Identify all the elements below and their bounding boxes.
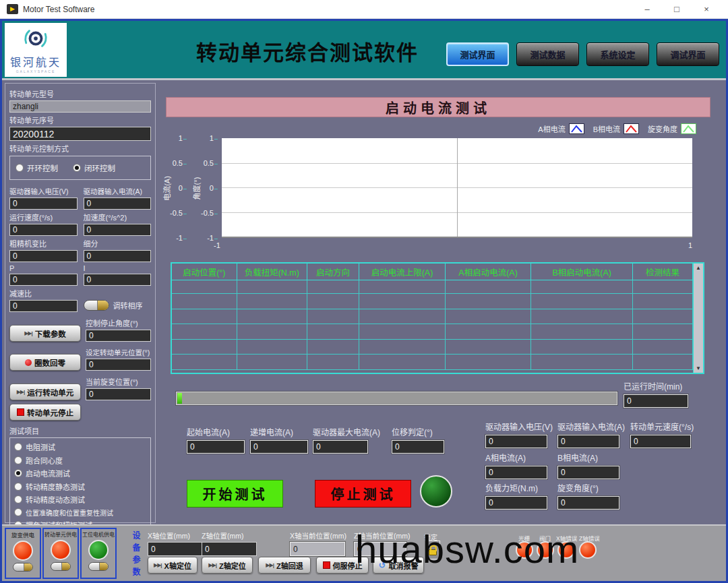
- legend-phase-b[interactable]: B相电流: [593, 123, 639, 134]
- col-header-result[interactable]: 检测结果: [633, 264, 693, 280]
- table-cell[interactable]: [237, 294, 307, 309]
- table-cell[interactable]: [633, 279, 693, 295]
- table-cell[interactable]: [172, 294, 237, 309]
- test-item-static-accuracy[interactable]: 转动精度静态测试: [14, 481, 146, 492]
- table-cell[interactable]: [633, 355, 693, 370]
- table-cell[interactable]: [531, 279, 633, 295]
- col-header-current-limit[interactable]: 启动电流上限(A): [359, 264, 446, 280]
- run-speed-input[interactable]: 0: [9, 224, 78, 236]
- scroll-down-icon[interactable]: ▼: [696, 365, 701, 371]
- col-header-load-torque[interactable]: 负载扭矩(N.m): [237, 264, 307, 280]
- acceleration-input[interactable]: 0: [84, 224, 152, 236]
- station-motor-power-toggle[interactable]: [88, 562, 109, 571]
- table-cell[interactable]: [359, 279, 446, 295]
- drive-current-input[interactable]: 0: [84, 197, 152, 210]
- table-cell[interactable]: [531, 340, 633, 355]
- scroll-up-icon[interactable]: ▲: [696, 265, 701, 271]
- radio-open-loop[interactable]: 开环控制: [16, 162, 58, 173]
- table-cell[interactable]: [531, 294, 633, 309]
- table-cell[interactable]: [172, 279, 237, 295]
- table-cell[interactable]: [237, 279, 307, 295]
- reduction-ratio-input[interactable]: 0: [9, 300, 78, 312]
- x-axis-position-input[interactable]: 0: [148, 542, 203, 556]
- table-cell[interactable]: [307, 355, 359, 370]
- table-cell[interactable]: [237, 340, 307, 355]
- col-header-start-position[interactable]: 启动位置(°): [172, 264, 237, 280]
- table-cell[interactable]: [446, 355, 532, 370]
- current-resolver-input[interactable]: 0: [86, 388, 151, 400]
- stop-angle-input[interactable]: 0: [86, 330, 151, 342]
- test-item-start-current[interactable]: 启动电流测试: [14, 468, 146, 479]
- legend-phase-a[interactable]: A相电流: [538, 123, 584, 134]
- displacement-judge-input[interactable]: 0: [392, 440, 444, 454]
- z-axis-retract-button[interactable]: ▶▶| Z轴回退: [258, 557, 311, 574]
- tab-test-interface[interactable]: 测试界面: [446, 42, 509, 66]
- table-cell[interactable]: [307, 279, 359, 295]
- table-cell[interactable]: [237, 324, 307, 340]
- legend-resolver-angle[interactable]: 旋变角度: [648, 123, 696, 134]
- table-cell[interactable]: [446, 309, 532, 325]
- stop-test-button[interactable]: 停止测试: [315, 480, 411, 508]
- test-item-position-repeatability[interactable]: 位置准确度和位置重复性测试: [14, 508, 146, 518]
- maximize-button[interactable]: □: [662, 1, 692, 18]
- lock-indicator[interactable]: [425, 541, 440, 559]
- download-params-button[interactable]: ▶▶| 下载参数: [9, 325, 81, 342]
- table-cell[interactable]: [307, 324, 359, 340]
- table-cell[interactable]: [307, 294, 359, 309]
- table-cell[interactable]: [446, 279, 532, 295]
- table-scrollbar[interactable]: ▲ ▼: [693, 264, 703, 373]
- table-cell[interactable]: [172, 340, 237, 355]
- p-input[interactable]: 0: [9, 274, 78, 286]
- unit-serial-input[interactable]: 20200112: [9, 127, 151, 141]
- set-position-input[interactable]: 0: [86, 359, 151, 371]
- table-cell[interactable]: [307, 309, 359, 325]
- table-cell[interactable]: [531, 324, 633, 340]
- tab-test-data[interactable]: 测试数据: [516, 42, 579, 66]
- minimize-button[interactable]: –: [632, 1, 662, 18]
- table-cell[interactable]: [237, 355, 307, 370]
- table-cell[interactable]: [172, 309, 237, 325]
- phase-order-toggle[interactable]: [84, 300, 109, 311]
- resolver-power-toggle[interactable]: [13, 563, 33, 572]
- table-cell[interactable]: [633, 340, 693, 355]
- unit-stop-button[interactable]: 转动单元停止: [9, 404, 81, 421]
- table-cell[interactable]: [446, 340, 532, 355]
- table-cell[interactable]: [633, 324, 693, 340]
- table-cell[interactable]: [531, 355, 633, 370]
- z-axis-locate-button[interactable]: ▶▶| Z轴定位: [202, 557, 253, 574]
- table-cell[interactable]: [359, 355, 446, 370]
- start-test-button[interactable]: 开始测试: [187, 480, 283, 508]
- close-button[interactable]: ×: [692, 1, 721, 18]
- increment-current-input[interactable]: 0: [250, 440, 308, 454]
- table-cell[interactable]: [446, 324, 532, 340]
- test-item-resistance[interactable]: 电阻测试: [14, 441, 146, 452]
- z-axis-position-input[interactable]: 0: [202, 542, 257, 556]
- x-axis-locate-button[interactable]: ▶▶| X轴定位: [148, 557, 198, 574]
- table-cell[interactable]: [307, 340, 359, 355]
- tab-debug-interface[interactable]: 调试界面: [657, 42, 719, 66]
- unit-model-input[interactable]: zhangli: [9, 100, 151, 113]
- max-current-input[interactable]: 0: [313, 440, 368, 454]
- start-current-input[interactable]: 0: [187, 440, 245, 454]
- test-item-dynamic-accuracy[interactable]: 转动精度动态测试: [14, 494, 146, 505]
- table-cell[interactable]: [172, 324, 237, 340]
- col-header-start-direction[interactable]: 启动方向: [307, 264, 359, 280]
- i-input[interactable]: 0: [84, 274, 152, 286]
- turns-zero-button[interactable]: 圈数回零: [9, 354, 81, 371]
- table-cell[interactable]: [359, 309, 446, 325]
- table-cell[interactable]: [359, 324, 446, 340]
- subdivision-input[interactable]: 0: [84, 250, 152, 262]
- unit-power-toggle[interactable]: [51, 562, 71, 571]
- table-cell[interactable]: [172, 355, 237, 370]
- table-cell[interactable]: [446, 294, 532, 309]
- table-cell[interactable]: [633, 309, 693, 325]
- table-cell[interactable]: [531, 309, 633, 325]
- run-unit-button[interactable]: ▶▶| 运行转动单元: [9, 383, 81, 400]
- gear-ratio-input[interactable]: 0: [9, 250, 78, 262]
- servo-stop-button[interactable]: 伺服停止: [316, 557, 369, 574]
- col-header-phase-a-current[interactable]: A相启动电流(A): [446, 264, 532, 280]
- radio-closed-loop[interactable]: 闭环控制: [73, 162, 115, 173]
- waveform-chart[interactable]: [222, 138, 692, 238]
- table-cell[interactable]: [359, 294, 446, 309]
- table-cell[interactable]: [237, 309, 307, 325]
